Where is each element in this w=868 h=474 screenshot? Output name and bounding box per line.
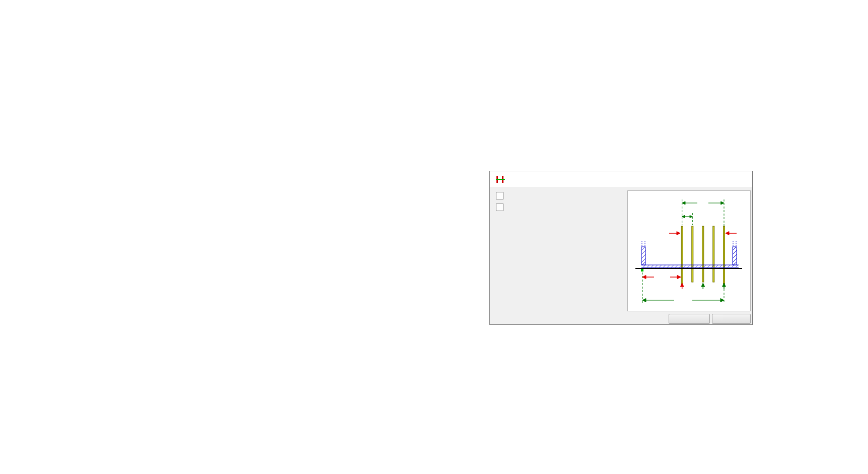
- maximize-button[interactable]: [706, 171, 727, 186]
- spacing-diagram: [627, 190, 751, 311]
- ok-button[interactable]: [712, 314, 751, 324]
- checkbox-fse-box[interactable]: [496, 204, 503, 211]
- minimize-button[interactable]: [677, 171, 697, 186]
- dialog-krokwie: [489, 171, 753, 325]
- cancel-button[interactable]: [669, 314, 710, 324]
- checkbox-fss-box[interactable]: [496, 192, 503, 199]
- dialog-titlebar[interactable]: [490, 171, 752, 187]
- close-button[interactable]: [731, 171, 751, 186]
- rafter-spacing-icon: [496, 175, 505, 183]
- app-window: [0, 0, 868, 474]
